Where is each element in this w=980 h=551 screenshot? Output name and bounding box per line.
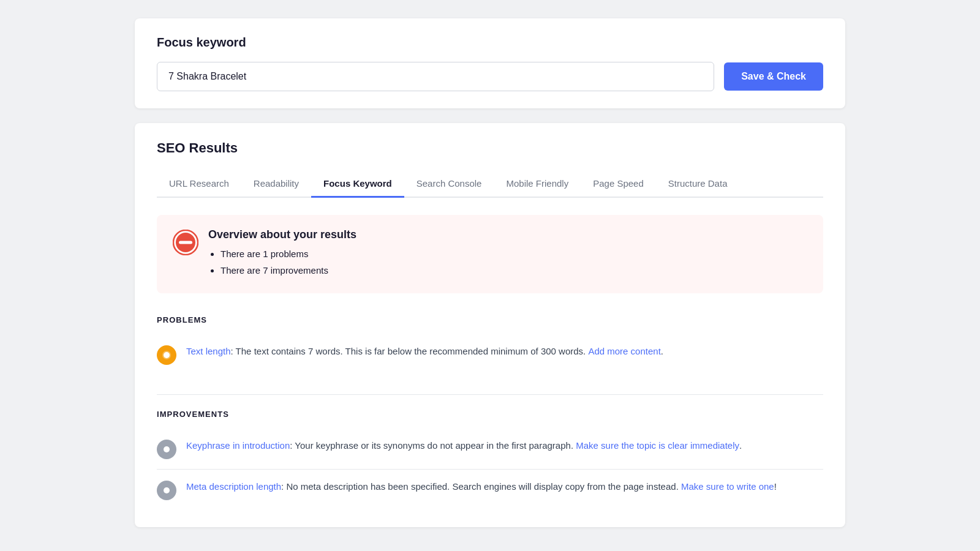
add-more-content-link[interactable]: Add more content	[588, 346, 660, 356]
problem-icon	[157, 345, 176, 365]
write-one-link[interactable]: Make sure to write one	[681, 481, 774, 492]
tab-mobile-friendly[interactable]: Mobile Friendly	[494, 171, 581, 198]
improvement-icon-1	[157, 440, 176, 459]
meta-description-link[interactable]: Meta description length	[186, 481, 281, 492]
tab-search-console[interactable]: Search Console	[404, 171, 494, 198]
overview-list: There are 1 problems There are 7 improve…	[208, 247, 356, 277]
focus-keyword-input[interactable]	[157, 62, 714, 91]
overview-box: Overview about your results There are 1 …	[157, 215, 823, 293]
improvement-item: Meta description length: No meta descrip…	[157, 470, 823, 510]
tab-structure-data[interactable]: Structure Data	[656, 171, 740, 198]
svg-point-6	[164, 487, 170, 493]
improvement-item: Keyphrase in introduction: Your keyphras…	[157, 429, 823, 470]
focus-keyword-title: Focus keyword	[157, 36, 823, 50]
improvements-section: IMPROVEMENTS Keyphrase in introduction: …	[157, 394, 823, 510]
seo-results-title: SEO Results	[157, 140, 823, 156]
svg-point-4	[164, 352, 170, 358]
problem-item: Text length: The text contains 7 words. …	[157, 334, 823, 375]
overview-item: There are 7 improvements	[221, 264, 356, 278]
tabs-bar: URL Research Readability Focus Keyword S…	[157, 171, 823, 198]
tab-page-speed[interactable]: Page Speed	[581, 171, 656, 198]
improvement-icon-2	[157, 481, 176, 500]
text-length-link[interactable]: Text length	[186, 346, 231, 356]
make-topic-clear-link[interactable]: Make sure the topic is clear immediately	[576, 440, 739, 451]
problems-section: PROBLEMS Text length: The text contains …	[157, 315, 823, 375]
tab-readability[interactable]: Readability	[241, 171, 311, 198]
keyphrase-intro-link[interactable]: Keyphrase in introduction	[186, 440, 290, 451]
improvement-text-1: Keyphrase in introduction: Your keyphras…	[186, 438, 742, 453]
svg-rect-2	[179, 241, 192, 244]
improvements-header: IMPROVEMENTS	[157, 410, 823, 419]
no-entry-icon	[173, 230, 198, 255]
tab-url-research[interactable]: URL Research	[157, 171, 241, 198]
svg-point-5	[164, 446, 170, 452]
overview-item: There are 1 problems	[221, 247, 356, 261]
tab-focus-keyword[interactable]: Focus Keyword	[311, 171, 404, 198]
problems-header: PROBLEMS	[157, 315, 823, 324]
save-check-button[interactable]: Save & Check	[724, 62, 823, 91]
improvement-text-2: Meta description length: No meta descrip…	[186, 479, 777, 494]
overview-title: Overview about your results	[208, 228, 356, 241]
problem-text: Text length: The text contains 7 words. …	[186, 344, 663, 359]
